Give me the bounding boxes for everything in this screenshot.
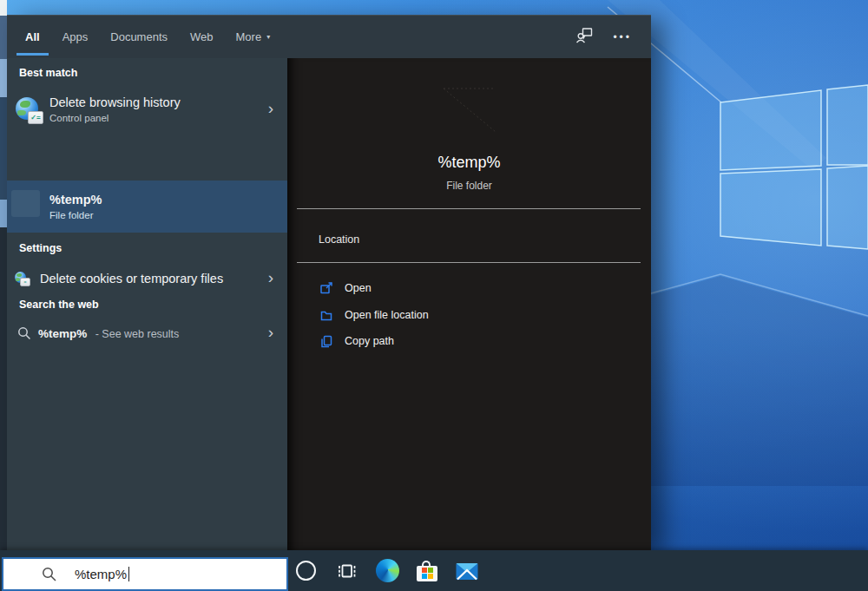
result-web-search[interactable]: %temp% - See web results › [7, 317, 287, 350]
section-header-settings: Settings [19, 242, 62, 254]
preview-subtitle: File folder [287, 180, 651, 192]
copy-icon [319, 334, 333, 348]
desktop-edge-sliver [0, 16, 7, 59]
desktop-edge-sliver [0, 0, 7, 16]
tab-documents[interactable]: Documents [108, 16, 169, 58]
internet-options-icon: ✓= [16, 97, 42, 123]
divider [297, 262, 641, 263]
ellipsis-icon[interactable]: ••• [613, 31, 632, 43]
chevron-down-icon: ▾ [266, 33, 270, 41]
search-filter-tabs: All Apps Documents Web More ▾ ••• [7, 16, 651, 58]
cortana-icon[interactable] [293, 559, 318, 583]
preview-title: %temp% [287, 154, 651, 172]
chevron-right-icon: › [268, 269, 273, 286]
taskbar-search-input[interactable]: %temp% [2, 557, 288, 591]
result-title: Delete cookies or temporary files [40, 272, 223, 286]
search-icon [17, 326, 31, 344]
result-delete-cookies[interactable]: = Delete cookies or temporary files › [7, 260, 287, 297]
taskbar: %temp% [0, 550, 868, 591]
preview-pane: %temp% File folder Location Open Open fi… [287, 58, 651, 551]
result-temp-folder-selected[interactable]: %temp% File folder [7, 181, 287, 233]
action-label: Open file location [345, 309, 429, 321]
action-label: Open [345, 282, 372, 294]
result-subtitle: Control panel [49, 113, 181, 123]
section-header-best-match: Best match [19, 67, 77, 79]
tab-more[interactable]: More ▾ [234, 16, 273, 58]
web-suffix: - See web results [95, 328, 180, 340]
divider [297, 208, 641, 209]
text-caret [128, 567, 129, 581]
result-delete-browsing-history[interactable]: ✓= Delete browsing history Control panel… [7, 83, 287, 135]
folder-icon [319, 308, 333, 322]
action-label: Copy path [345, 335, 394, 347]
tab-web[interactable]: Web [188, 16, 215, 58]
internet-options-small-icon: = [15, 272, 30, 286]
section-header-search-web: Search the web [19, 299, 99, 311]
microsoft-store-icon[interactable] [416, 560, 438, 582]
task-view-icon[interactable] [334, 559, 358, 583]
action-open[interactable]: Open [287, 275, 651, 301]
desktop-edge-sliver [0, 97, 7, 200]
result-title: Delete browsing history [49, 95, 181, 110]
action-open-file-location[interactable]: Open file location [287, 302, 651, 328]
chevron-right-icon: › [268, 100, 273, 116]
tab-apps[interactable]: Apps [61, 16, 90, 58]
result-subtitle: File folder [49, 210, 102, 220]
feedback-icon[interactable] [575, 26, 594, 48]
chevron-right-icon: › [268, 324, 273, 340]
search-icon [42, 567, 57, 582]
folder-placeholder-icon [11, 190, 40, 217]
search-input-value: %temp% [75, 567, 127, 581]
web-query: %temp% [38, 327, 87, 340]
result-title: %temp% [49, 193, 102, 207]
edge-icon[interactable] [375, 559, 399, 583]
desktop-edge-sliver [0, 200, 7, 227]
no-preview-placeholder-icon [441, 86, 498, 138]
results-list: Best match ✓= Delete browsing history Co… [7, 58, 287, 551]
desktop-edge-sliver [0, 59, 7, 97]
tab-all[interactable]: All [23, 16, 42, 58]
open-icon [319, 281, 333, 295]
search-flyout: All Apps Documents Web More ▾ ••• Best m… [7, 15, 651, 551]
desktop-edge-sliver [0, 227, 7, 550]
mail-icon[interactable] [455, 559, 479, 583]
action-copy-path[interactable]: Copy path [287, 328, 651, 354]
location-label: Location [319, 233, 359, 246]
windows-logo [720, 85, 868, 249]
